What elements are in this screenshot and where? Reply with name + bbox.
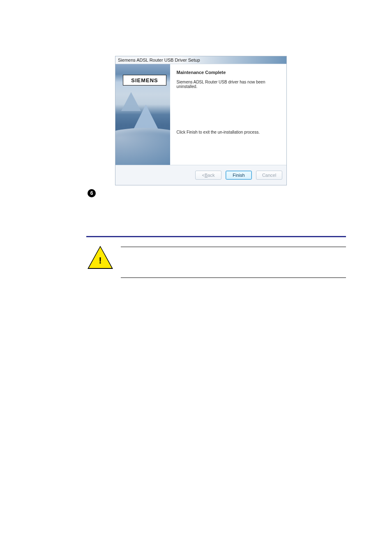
wizard-text-line: Siemens ADSL Router USB driver has now b… [177, 80, 280, 89]
step-badge-6: 6 [88, 189, 96, 197]
back-button-mnemonic: B [205, 173, 208, 178]
wizard-button-row: < Back Finish Cancel [115, 165, 286, 185]
warning-rule-bottom [121, 278, 346, 278]
wizard-text-line: Click Finish to exit the un-installation… [177, 130, 280, 134]
section-divider [86, 236, 346, 237]
installer-dialog: Siemens ADSL Router USB Driver Setup SIE… [115, 56, 287, 185]
cancel-button[interactable]: Cancel [256, 171, 282, 180]
warning-icon: ! [88, 246, 113, 271]
warning-rule-top [121, 247, 346, 247]
back-button-suffix: ack [208, 173, 214, 178]
triangle-icon [134, 104, 158, 129]
wizard-content: Maintenance Complete Siemens ADSL Router… [170, 64, 286, 165]
page: Siemens ADSL Router USB Driver Setup SIE… [0, 0, 392, 555]
warning-exclamation: ! [88, 255, 113, 266]
swoop-graphic [115, 128, 170, 165]
finish-button[interactable]: Finish [226, 171, 252, 180]
window-title: Siemens ADSL Router USB Driver Setup [115, 56, 286, 64]
dialog-body: SIEMENS Maintenance Complete Siemens ADS… [115, 64, 286, 165]
wizard-sidebar-graphic: SIEMENS [115, 64, 170, 165]
back-button[interactable]: < Back [195, 171, 221, 180]
wizard-heading: Maintenance Complete [177, 70, 280, 75]
siemens-logo: SIEMENS [123, 75, 166, 86]
